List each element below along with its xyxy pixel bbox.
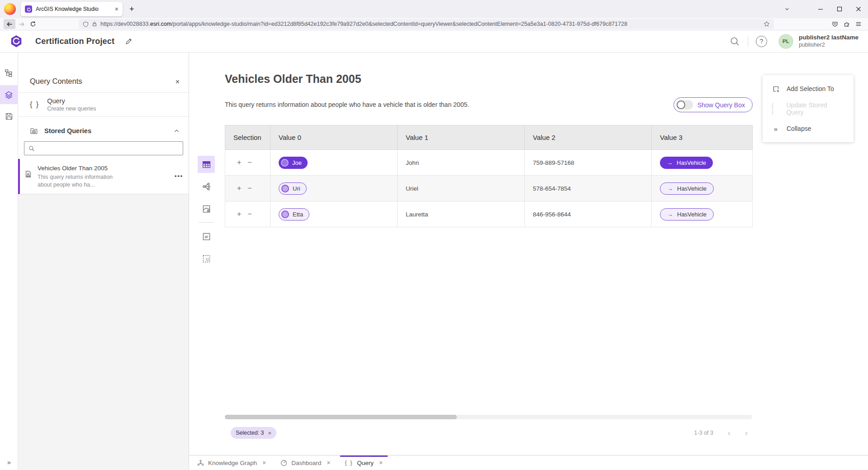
firefox-logo-icon[interactable] <box>4 3 16 15</box>
tracking-shield-icon[interactable] <box>83 21 89 27</box>
app-header: Certification Project PL publisher2 last… <box>0 30 868 53</box>
rail-save-button[interactable] <box>0 107 18 126</box>
tab-label: Query <box>357 460 374 466</box>
new-tab-button[interactable]: + <box>129 5 134 14</box>
entity-label: Joe <box>292 159 302 166</box>
lock-icon[interactable] <box>92 21 97 27</box>
value-cell: Lauretta <box>398 201 525 227</box>
entity-circle-icon <box>281 185 289 192</box>
expand-rail-chevrons-icon[interactable]: » <box>0 458 18 466</box>
rail-data-model-button[interactable] <box>0 63 18 82</box>
entity-label: Etta <box>293 211 303 218</box>
left-rail: » <box>0 53 18 470</box>
save-floppy-icon <box>5 112 13 120</box>
relationship-pill[interactable]: →HasVehicle <box>660 157 713 169</box>
menu-item-add-selection-to[interactable]: Add Selection To <box>763 79 854 99</box>
edit-title-pencil-icon[interactable] <box>125 38 133 45</box>
show-query-box-toggle[interactable]: Show Query Box <box>674 97 753 112</box>
next-page-chevron-icon[interactable]: › <box>745 429 748 437</box>
selected-count-label: Selected: 3 <box>236 430 264 436</box>
selected-count-chip[interactable]: Selected: 3 × <box>231 427 276 439</box>
tab-close-icon[interactable]: × <box>379 460 383 466</box>
page-subtitle: This query returns information about peo… <box>225 101 469 108</box>
toggle-switch[interactable] <box>676 100 693 110</box>
query-item-title: Query <box>47 97 96 105</box>
selection-cell: +− <box>225 176 270 201</box>
view-toolbar <box>198 156 215 267</box>
braces-icon: { } <box>30 101 39 109</box>
selection-tool-button[interactable] <box>198 250 215 267</box>
bookmark-star-icon[interactable] <box>764 21 770 27</box>
stored-query-options-ellipsis-icon[interactable]: ••• <box>175 173 183 180</box>
value-cell: 578-654-7854 <box>525 176 652 201</box>
remove-from-selection-button[interactable]: − <box>247 158 251 167</box>
add-to-selection-button[interactable]: + <box>237 184 241 192</box>
stored-queries-header[interactable]: Stored Queries <box>18 123 189 139</box>
table-footer: Selected: 3 × 1-3 of 3 ‹ › <box>225 427 752 439</box>
reload-button[interactable] <box>27 19 39 29</box>
scrollbar-thumb[interactable] <box>225 415 457 419</box>
add-to-selection-button[interactable]: + <box>237 158 241 167</box>
collapse-section-chevron-up-icon[interactable] <box>174 128 180 134</box>
network-icon <box>197 460 204 466</box>
list-tabs-chevron-icon[interactable] <box>779 0 795 18</box>
context-menu: Add Selection To{ }Update Stored Query»C… <box>763 75 854 142</box>
menu-item-label: Add Selection To <box>787 85 834 92</box>
help-icon[interactable] <box>756 36 767 47</box>
tab-knowledge-graph[interactable]: Knowledge Graph× <box>190 456 273 470</box>
tab-query[interactable]: { }Query× <box>338 456 390 470</box>
tab-close-icon[interactable]: × <box>262 460 266 466</box>
window-close-button[interactable] <box>849 0 868 18</box>
extensions-puzzle-icon[interactable] <box>841 19 853 29</box>
entity-pill[interactable]: Uri <box>279 182 307 195</box>
clear-selection-icon[interactable]: × <box>268 430 272 436</box>
tab-dashboard[interactable]: Dashboard× <box>273 456 337 470</box>
stored-queries-list: Vehicles Older Than 2005 This query retu… <box>18 159 189 470</box>
url-bar[interactable]: https://dev0028833.esri.com/portal/apps/… <box>79 19 774 29</box>
query-table-body: +−JoeJohn759-889-57168→HasVehicle+−UriUr… <box>225 150 753 227</box>
window-maximize-button[interactable] <box>830 0 849 18</box>
window-minimize-button[interactable] <box>811 0 830 18</box>
relationship-pill[interactable]: →HasVehicle <box>660 182 714 195</box>
stored-queries-title: Stored Queries <box>44 127 167 134</box>
save-to-pocket-icon[interactable] <box>829 19 841 29</box>
entity-pill[interactable]: Joe <box>279 157 308 169</box>
avatar[interactable]: PL <box>778 34 793 49</box>
query-create-item[interactable]: { } Query Create new queries <box>18 93 189 117</box>
rail-contents-button[interactable] <box>0 85 18 104</box>
toolbar-divider <box>199 222 214 223</box>
link-chart-view-button[interactable] <box>198 178 215 195</box>
table-view-button[interactable] <box>198 156 215 173</box>
pagination-label: 1-3 of 3 <box>694 430 713 436</box>
entity-pill[interactable]: Etta <box>279 208 309 221</box>
previous-page-chevron-icon[interactable]: ‹ <box>728 429 730 437</box>
arrow-right-icon: → <box>667 186 673 192</box>
hamburger-menu-icon[interactable] <box>853 19 864 29</box>
back-button[interactable] <box>4 19 15 29</box>
panel-close-icon[interactable]: × <box>175 78 180 86</box>
remove-from-selection-button[interactable]: − <box>247 210 251 218</box>
stored-query-description: This query returns information about peo… <box>38 173 126 189</box>
menu-item-collapse[interactable]: »Collapse <box>763 119 854 139</box>
stored-queries-search-input[interactable] <box>38 145 179 152</box>
forward-button[interactable] <box>15 19 27 29</box>
map-view-button[interactable] <box>198 200 215 217</box>
horizontal-scrollbar <box>225 415 752 419</box>
relationship-label: HasVehicle <box>677 211 707 218</box>
query-item-subtitle: Create new queries <box>47 106 96 112</box>
braces-icon: { } <box>345 460 353 466</box>
tab-close-icon[interactable]: × <box>327 460 330 466</box>
search-icon[interactable] <box>730 36 740 47</box>
tab-close-icon[interactable]: × <box>115 6 119 12</box>
panel-title: Query Contents <box>30 77 175 86</box>
stored-query-item[interactable]: Vehicles Older Than 2005 This query retu… <box>18 159 189 194</box>
remove-from-selection-button[interactable]: − <box>247 184 251 192</box>
relationship-pill[interactable]: →HasVehicle <box>660 208 714 221</box>
query-viewer: Vehicles Older Than 2005 This query retu… <box>189 53 868 455</box>
column-header-value-3: Value 3 <box>652 125 753 150</box>
browser-tab[interactable]: ArcGIS Knowledge Studio × <box>21 2 123 16</box>
overview-button[interactable] <box>198 228 215 245</box>
header-divider <box>748 35 748 47</box>
add-to-selection-button[interactable]: + <box>237 210 241 218</box>
screen: ArcGIS Knowledge Studio × + <box>0 0 868 470</box>
